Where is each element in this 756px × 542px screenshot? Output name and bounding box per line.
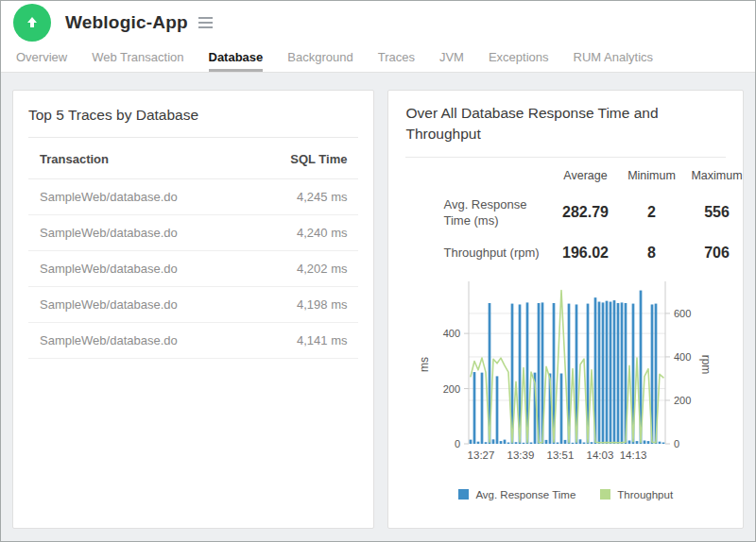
table-row[interactable]: SampleWeb/database.do 4,245 ms [28, 179, 358, 215]
svg-text:0: 0 [455, 438, 460, 449]
column-sql-time: SQL Time [290, 152, 347, 166]
trace-sql-time: 4,198 ms [297, 297, 347, 312]
page-title: Weblogic-App [65, 12, 188, 33]
tab-background[interactable]: Background [287, 44, 352, 72]
throughput-maximum: 706 [684, 245, 744, 262]
panel-title: Over All Database Response Time and Thro… [405, 103, 726, 158]
response-throughput-chart[interactable]: 02004000200400600msrpm13:2713:3913:5114:… [405, 274, 726, 487]
tab-traces[interactable]: Traces [378, 44, 415, 72]
avg-response-average: 282.79 [552, 204, 618, 221]
tab-web-transaction[interactable]: Web Transaction [92, 44, 183, 72]
chart-legend: Avg. Response Time Throughput [405, 489, 726, 500]
svg-text:ms: ms [418, 357, 431, 372]
hamburger-menu-icon[interactable] [198, 17, 213, 28]
stats-column-average: Average [552, 169, 618, 188]
trace-sql-time: 4,141 ms [297, 333, 347, 347]
throughput-minimum: 8 [618, 245, 684, 262]
avg-response-minimum: 2 [618, 204, 684, 221]
tab-exceptions[interactable]: Exceptions [489, 44, 549, 72]
stats-column-maximum: Maximum [684, 169, 744, 188]
trace-sql-time: 4,240 ms [297, 226, 347, 240]
svg-text:400: 400 [443, 328, 460, 339]
svg-text:14:13: 14:13 [620, 449, 647, 461]
table-row[interactable]: SampleWeb/database.do 4,141 ms [28, 323, 358, 359]
tab-jvm[interactable]: JVM [439, 44, 464, 72]
svg-text:14:03: 14:03 [587, 449, 614, 461]
legend-label: Avg. Response Time [475, 489, 576, 500]
throughput-average: 196.02 [552, 245, 618, 262]
panel-title: Top 5 Traces by Database [28, 105, 358, 138]
tab-bar: Overview Web Transaction Database Backgr… [1, 44, 755, 73]
legend-label: Throughput [617, 489, 673, 500]
svg-text:13:39: 13:39 [507, 449, 535, 461]
svg-text:13:27: 13:27 [468, 449, 495, 461]
table-row[interactable]: SampleWeb/database.do 4,240 ms [28, 215, 358, 251]
legend-swatch-bar [458, 489, 469, 500]
svg-text:400: 400 [674, 351, 691, 363]
app-status-icon [13, 4, 51, 42]
content-area: Top 5 Traces by Database Transaction SQL… [1, 73, 755, 529]
svg-text:600: 600 [674, 307, 691, 318]
chart-svg: 02004000200400600msrpm13:2713:3913:5114:… [413, 274, 717, 483]
trace-sql-time: 4,245 ms [297, 190, 347, 204]
legend-throughput[interactable]: Throughput [600, 489, 673, 500]
trace-name: SampleWeb/database.do [40, 190, 178, 204]
trace-name: SampleWeb/database.do [40, 297, 178, 312]
trace-name: SampleWeb/database.do [40, 226, 178, 240]
legend-swatch-line [600, 489, 610, 500]
stats-table: Average Minimum Maximum Avg. Response Ti… [405, 169, 744, 268]
svg-text:200: 200 [443, 382, 460, 394]
svg-text:rpm: rpm [699, 354, 713, 374]
stats-row-label: Avg. Response Time (ms) [443, 190, 552, 236]
trace-sql-time: 4,202 ms [297, 262, 347, 276]
tab-overview[interactable]: Overview [16, 44, 67, 72]
legend-avg-response-time[interactable]: Avg. Response Time [458, 489, 576, 500]
avg-response-maximum: 556 [684, 204, 744, 221]
table-row[interactable]: SampleWeb/database.do 4,198 ms [28, 287, 358, 323]
stats-row-label: Throughput (rpm) [443, 238, 552, 268]
top-traces-panel: Top 5 Traces by Database Transaction SQL… [12, 90, 374, 529]
svg-text:0: 0 [674, 438, 679, 449]
tab-rum-analytics[interactable]: RUM Analytics [574, 44, 654, 72]
stats-column-minimum: Minimum [618, 169, 684, 188]
response-throughput-panel: Over All Database Response Time and Thro… [387, 90, 744, 529]
top-bar: Weblogic-App [1, 1, 755, 44]
column-transaction: Transaction [40, 152, 109, 166]
table-row[interactable]: SampleWeb/database.do 4,202 ms [28, 251, 358, 287]
arrow-up-icon [25, 15, 40, 30]
svg-text:200: 200 [674, 395, 691, 406]
svg-text:13:51: 13:51 [547, 449, 575, 461]
trace-name: SampleWeb/database.do [40, 262, 178, 276]
tab-database[interactable]: Database [209, 44, 264, 72]
trace-name: SampleWeb/database.do [40, 333, 178, 347]
app-window: Weblogic-App Overview Web Transaction Da… [0, 0, 756, 542]
table-header: Transaction SQL Time [28, 138, 358, 179]
